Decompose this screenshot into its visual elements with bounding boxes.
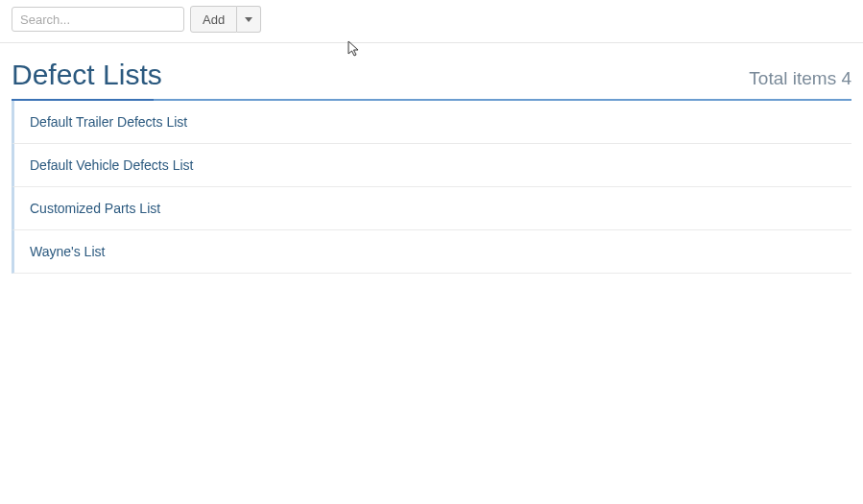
add-button-group: Add (190, 6, 261, 33)
defect-lists-container: Default Trailer Defects ListDefault Vehi… (12, 99, 851, 274)
total-items-label: Total items 4 (749, 68, 851, 89)
header-row: Defect Lists Total items 4 (0, 43, 863, 99)
list-item-label: Default Trailer Defects List (30, 114, 187, 130)
list-item-label: Wayne's List (30, 244, 105, 259)
toolbar: Add (0, 0, 863, 38)
list-item-label: Default Vehicle Defects List (30, 157, 193, 173)
page-title: Defect Lists (12, 59, 162, 91)
list-item-label: Customized Parts List (30, 201, 160, 216)
list-item[interactable]: Wayne's List (12, 230, 851, 274)
list-item[interactable]: Default Vehicle Defects List (12, 144, 851, 187)
search-input[interactable] (12, 7, 184, 32)
list-item[interactable]: Customized Parts List (12, 187, 851, 230)
add-button[interactable]: Add (190, 6, 237, 33)
list-item[interactable]: Default Trailer Defects List (12, 101, 851, 144)
add-dropdown-toggle[interactable] (237, 6, 261, 33)
caret-down-icon (245, 17, 252, 22)
